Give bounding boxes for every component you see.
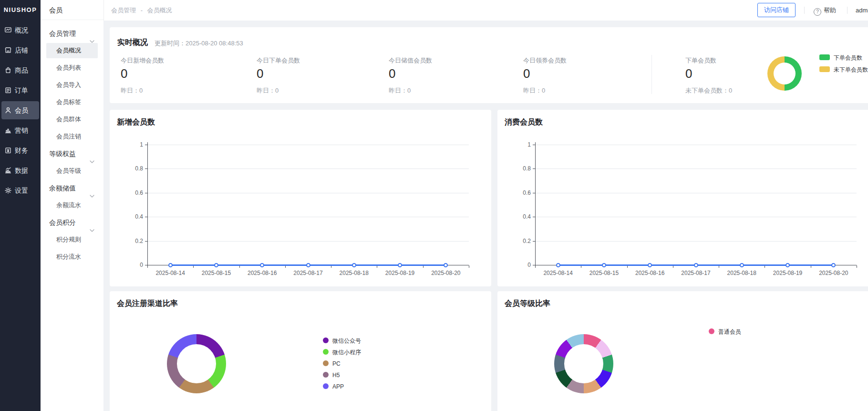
data-point-marker [444,263,448,267]
legend-marker-icon [709,328,714,334]
donut-ring[interactable] [767,56,802,91]
submenu-item-label: 会员管理 [49,30,76,37]
topbar-divider [847,7,847,14]
legend-item-未下单会员数[interactable]: 未下单会员数 [819,66,868,74]
submenu-item-积分流水[interactable]: 积分流水 [41,248,103,265]
help-button[interactable]: ?帮助 [814,0,836,21]
submenu-item-label: 会员概况 [56,47,81,54]
submenu-item-label: 会员群体 [56,116,81,123]
legend-item-微信公众号[interactable]: 微信公众号 [323,337,361,345]
y-axis-label: 0.2 [114,238,143,244]
data-icon [4,167,12,174]
submenu-group-等级权益[interactable]: 等级权益 [41,145,103,162]
new-members-chart-card: 新增会员数 00.20.40.60.812025-08-142025-08-15… [110,110,491,286]
chart-title: 会员注册渠道比率 [117,299,178,309]
submenu-item-会员群体[interactable]: 会员群体 [41,111,103,128]
donut-ring[interactable] [167,334,226,393]
x-axis-label: 2025-08-14 [147,270,193,276]
legend-label: 普通会员 [718,328,741,335]
realtime-overview-card: 实时概况 更新时间：2025-08-20 08:48:53 今日新增会员数0昨日… [110,27,868,103]
submenu-item-会员列表[interactable]: 会员列表 [41,59,103,76]
sidebar-item-label: 订单 [15,80,28,100]
member-icon [4,106,12,114]
register-channel-pie-card: 会员注册渠道比率 微信公众号微信小程序PCH5APP [110,291,491,411]
sidebar-item-订单[interactable]: 订单 [0,80,41,100]
legend-label: APP [332,383,344,390]
shop-icon [4,46,12,54]
legend-label: 微信公众号 [332,337,361,344]
y-axis-label: 0.8 [502,165,531,172]
overview-icon [4,26,12,34]
consuming-members-chart-card: 消费会员数 00.20.40.60.812025-08-142025-08-15… [497,110,868,286]
submenu-item-label: 积分规则 [56,236,81,243]
help-icon: ? [814,8,821,16]
chart-title: 消费会员数 [505,117,543,127]
submenu-item-label: 会员列表 [56,64,81,71]
x-axis-label: 2025-08-17 [673,270,719,276]
realtime-title: 实时概况 [117,38,148,48]
data-point-marker [168,263,173,267]
submenu-item-label: 会员导入 [56,81,81,88]
legend-item-微信小程序[interactable]: 微信小程序 [323,348,361,356]
y-axis-label: 0 [114,262,143,268]
x-axis-label: 2025-08-17 [285,270,331,276]
submenu-item-会员标签[interactable]: 会员标签 [41,94,103,111]
chart-title: 新增会员数 [117,117,155,127]
sidebar-item-概况[interactable]: 概况 [0,20,41,40]
sidebar-item-商品[interactable]: 商品 [0,60,41,80]
data-point-marker [648,263,652,267]
sidebar-item-财务[interactable]: 财务 [0,140,41,160]
topbar: 会员管理 - 会员概况 访问店铺 ?帮助 admin [103,0,868,21]
donut-ring[interactable] [554,334,613,393]
goods-icon [4,66,12,74]
breadcrumb-page[interactable]: 会员概况 [147,7,172,14]
legend-label: 未下单会员数 [834,66,868,73]
breadcrumb: 会员管理 - 会员概况 [111,0,175,21]
x-axis-label: 2025-08-20 [423,270,469,276]
legend-item-PC[interactable]: PC [323,360,341,368]
sidebar-item-店铺[interactable]: 店铺 [0,40,41,60]
sidebar-item-设置[interactable]: 设置 [0,180,41,200]
gridline [535,169,857,169]
sidebar-item-营销[interactable]: 营销 [0,120,41,140]
legend-item-H5[interactable]: H5 [323,371,340,379]
legend-item-APP[interactable]: APP [323,383,344,390]
legend-item-下单会员数[interactable]: 下单会员数 [819,54,862,62]
visit-shop-button[interactable]: 访问店铺 [757,3,796,17]
y-axis-label: 1 [114,141,143,148]
legend-marker-icon [819,66,830,72]
submenu-item-会员导入[interactable]: 会员导入 [41,76,103,94]
x-axis-tick [469,265,469,268]
x-axis-label: 2025-08-19 [765,270,811,276]
x-axis-tick [377,265,377,268]
y-axis-label: 0.6 [502,190,531,196]
data-point-marker [694,263,698,267]
sidebar-item-label: 设置 [15,180,28,200]
submenu-item-label: 会员积分 [49,219,76,226]
realtime-updated-time: 更新时间：2025-08-20 08:48:53 [155,39,243,48]
legend-item-普通会员[interactable]: 普通会员 [709,328,741,336]
submenu-title: 会员 [41,0,103,20]
submenu-group-会员积分[interactable]: 会员积分 [41,214,103,231]
sidebar-item-数据[interactable]: 数据 [0,160,41,180]
x-axis-tick [673,265,673,268]
stat-sub-value: 昨日：0 [257,86,279,95]
breadcrumb-section[interactable]: 会员管理 [111,7,136,14]
gridline [147,169,469,169]
x-axis-label: 2025-08-15 [581,270,627,276]
submenu-item-label: 会员等级 [56,167,81,174]
sidebar-item-会员[interactable]: 会员 [0,100,41,120]
donut-hole [774,63,796,84]
x-axis-tick [193,265,194,268]
stat-value: 0 [257,66,263,81]
submenu-group-会员管理[interactable]: 会员管理 [41,25,103,42]
gridline [147,217,469,217]
submenu-item-会员注销[interactable]: 会员注销 [41,128,103,145]
legend-label: H5 [332,372,340,379]
legend-marker-icon [323,372,329,378]
sidebar-item-label: 会员 [15,100,28,120]
user-menu[interactable]: admin [856,0,868,21]
submenu-group-余额储值[interactable]: 余额储值 [41,179,103,197]
y-axis-label: 0.6 [114,190,143,196]
sidebar-item-label: 财务 [15,140,28,160]
